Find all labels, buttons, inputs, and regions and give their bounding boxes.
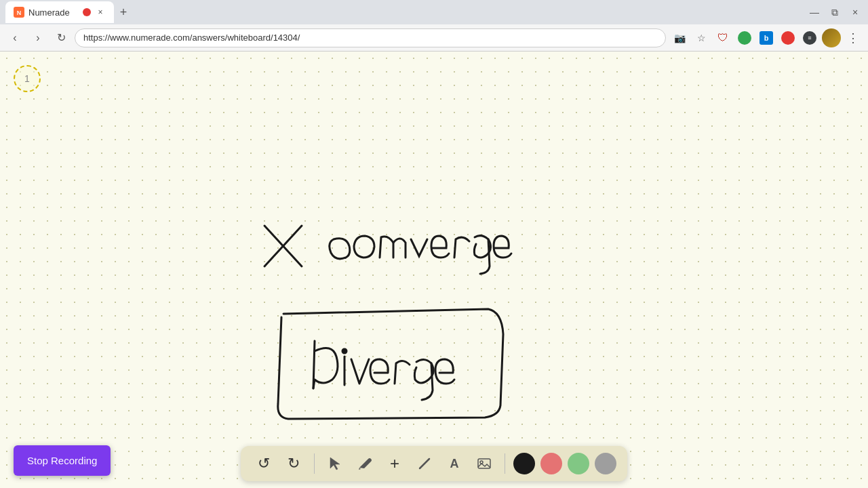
redo-button[interactable]: ↻	[281, 451, 306, 476]
tab-title: Numerade	[28, 7, 79, 18]
stop-recording-button[interactable]: Stop Recording	[14, 445, 111, 476]
ext-icon-2[interactable]	[735, 28, 754, 47]
ext-icon-4[interactable]	[778, 28, 797, 47]
user-avatar[interactable]	[822, 28, 841, 47]
ext-icon-5[interactable]: ≡	[800, 28, 819, 47]
color-gray[interactable]	[595, 453, 616, 474]
window-controls: — ⧉ ×	[807, 5, 863, 20]
svg-rect-7	[478, 459, 490, 468]
forward-button[interactable]: ›	[28, 28, 47, 47]
page-content: 1	[0, 52, 868, 488]
menu-icon[interactable]: ⋮	[844, 28, 863, 47]
color-black[interactable]	[513, 453, 535, 474]
title-bar: N Numerade × + — ⧉ ×	[0, 0, 868, 24]
tab-favicon: N	[14, 7, 24, 18]
undo-button[interactable]: ↺	[252, 451, 276, 476]
recording-indicator	[83, 8, 91, 16]
image-tool-button[interactable]	[472, 451, 496, 476]
camera-icon[interactable]: 📷	[670, 28, 689, 47]
maximize-button[interactable]: ⧉	[827, 5, 842, 20]
svg-line-3	[264, 226, 302, 266]
active-tab[interactable]: N Numerade ×	[5, 1, 114, 23]
tab-close-button[interactable]: ×	[95, 7, 106, 18]
pen-tool-button[interactable]	[353, 451, 377, 476]
whiteboard-area[interactable]: 1	[0, 52, 868, 488]
color-pink[interactable]	[540, 453, 562, 474]
page-number-badge: 1	[14, 65, 41, 92]
color-green[interactable]	[568, 453, 589, 474]
new-tab-button[interactable]: +	[114, 3, 133, 22]
browser-chrome: N Numerade × + — ⧉ × ‹ › ↻ 📷	[0, 0, 868, 52]
ext-icon-3[interactable]: b	[757, 28, 776, 47]
back-button[interactable]: ‹	[5, 28, 24, 47]
eraser-tool-button[interactable]	[412, 451, 437, 476]
svg-line-6	[420, 459, 429, 468]
minimize-button[interactable]: —	[807, 5, 822, 20]
text-tool-button[interactable]: A	[442, 451, 467, 476]
close-window-button[interactable]: ×	[848, 5, 863, 20]
svg-point-5	[342, 349, 347, 353]
svg-line-2	[264, 226, 302, 266]
select-tool-button[interactable]	[323, 451, 347, 476]
bottom-toolbar: ↺ ↻ +	[241, 446, 627, 481]
reload-button[interactable]: ↻	[52, 28, 71, 47]
browser-toolbar-icons: 📷 ☆ 🛡 b ≡ ⋮	[670, 28, 863, 47]
whiteboard-drawing	[0, 52, 868, 488]
svg-text:N: N	[17, 9, 22, 16]
ext-icon-1[interactable]: 🛡	[713, 28, 732, 47]
bookmark-icon[interactable]: ☆	[692, 28, 711, 47]
add-tool-button[interactable]: +	[382, 451, 407, 476]
url-input[interactable]	[75, 28, 666, 47]
address-bar-row: ‹ › ↻ 📷 ☆ 🛡 b ≡	[0, 24, 868, 52]
